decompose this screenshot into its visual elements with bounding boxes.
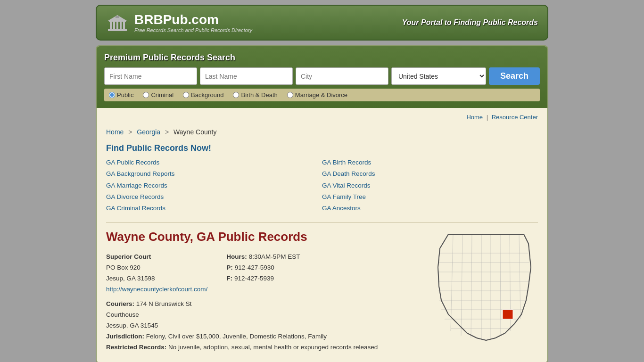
couriers-line2: Courthouse (106, 311, 139, 318)
couriers-line3: Jessup, GA 31545 (106, 322, 158, 329)
logo-icon (106, 11, 129, 34)
court-info: Superior Court PO Box 920 Jesup, GA 3159… (106, 252, 425, 353)
last-name-input[interactable] (200, 67, 293, 85)
phone-label: P: (226, 264, 233, 271)
fax-label: F: (226, 275, 232, 282)
content-area: Home | Resource Center Home > Georgia > … (97, 108, 547, 362)
hours-value: 8:30AM-5PM EST (249, 253, 300, 260)
breadcrumb-sep2: > (165, 128, 169, 136)
country-select[interactable]: United States (391, 67, 486, 85)
records-col-right: GA Birth Records GA Death Records GA Vit… (322, 158, 538, 213)
radio-public[interactable]: Public (109, 91, 133, 99)
court-name: Superior Court (106, 253, 151, 260)
site-subtitle: Free Records Search and Public Records D… (134, 27, 252, 33)
link-ga-divorce-records[interactable]: GA Divorce Records (106, 192, 322, 202)
search-section: Premium Public Records Search United Sta… (97, 46, 547, 108)
breadcrumb-county: Wayne County (173, 128, 216, 136)
header-box: BRBPub.com Free Records Search and Publi… (96, 5, 548, 41)
svg-rect-4 (116, 22, 118, 29)
city-input[interactable] (296, 67, 388, 85)
nav-separator: | (487, 114, 488, 121)
ga-map (434, 230, 538, 343)
restricted-label: Restricted Records: (106, 344, 166, 351)
county-title: Wayne County, GA Public Records (106, 230, 425, 244)
svg-rect-1 (109, 21, 126, 22)
link-ga-ancestors[interactable]: GA Ancestors (322, 204, 538, 213)
ga-map-container (434, 230, 538, 344)
hours-label: Hours: (226, 253, 247, 260)
breadcrumb: Home > Georgia > Wayne County (106, 128, 538, 136)
link-ga-criminal-records[interactable]: GA Criminal Records (106, 204, 322, 213)
county-info: Wayne County, GA Public Records Superior… (106, 230, 425, 353)
header-logo: BRBPub.com Free Records Search and Publi… (106, 11, 252, 34)
breadcrumb-home[interactable]: Home (106, 128, 124, 136)
svg-rect-28 (503, 310, 513, 319)
svg-rect-0 (108, 29, 127, 31)
svg-rect-9 (434, 230, 538, 343)
svg-rect-5 (120, 22, 122, 29)
radio-marriage-divorce[interactable]: Marriage & Divorce (287, 91, 347, 99)
court-columns: Superior Court PO Box 920 Jesup, GA 3159… (106, 252, 425, 295)
logo-text-block: BRBPub.com Free Records Search and Publi… (134, 12, 252, 33)
link-ga-death-records[interactable]: GA Death Records (322, 169, 538, 179)
svg-rect-6 (123, 22, 125, 29)
search-radio-row: Public Criminal Background Birth & Death… (104, 89, 540, 101)
county-section: Wayne County, GA Public Records Superior… (106, 230, 538, 353)
records-col-left: GA Public Records GA Background Reports … (106, 158, 322, 213)
fax-value: 912-427-5939 (234, 275, 274, 282)
svg-rect-8 (116, 16, 119, 18)
jurisdiction-label: Jurisdiction: (106, 333, 144, 340)
link-ga-birth-records[interactable]: GA Birth Records (322, 158, 538, 167)
find-records-title: Find Public Records Now! (106, 143, 538, 153)
first-name-input[interactable] (104, 67, 197, 85)
restricted-value: No juvenile, adoption, sexual, mental he… (168, 344, 378, 351)
jurisdiction-value: Felony, Civil over $15,000, Juvenile, Do… (146, 333, 327, 340)
couriers-block: Couriers: 174 N Brunswick St Courthouse … (106, 299, 425, 331)
home-link[interactable]: Home (466, 114, 483, 121)
search-button[interactable]: Search (489, 67, 540, 85)
records-grid: GA Public Records GA Background Reports … (106, 158, 538, 213)
section-divider (106, 222, 538, 223)
link-ga-background-reports[interactable]: GA Background Reports (106, 169, 322, 179)
radio-background[interactable]: Background (183, 91, 223, 99)
header-tagline: Your Portal to Finding Public Records (402, 18, 538, 27)
site-title: BRBPub.com (134, 12, 252, 27)
link-ga-family-tree[interactable]: GA Family Tree (322, 192, 538, 202)
court-website[interactable]: http://waynecountyclerkofcourt.com/ (106, 286, 207, 293)
top-nav: Home | Resource Center (106, 114, 538, 123)
court-left: Superior Court PO Box 920 Jesup, GA 3159… (106, 252, 207, 295)
restricted-block: Restricted Records: No juvenile, adoptio… (106, 342, 425, 353)
resource-center-link[interactable]: Resource Center (492, 114, 538, 121)
search-input-row: United States Search (104, 67, 540, 85)
court-address1: PO Box 920 (106, 264, 140, 271)
couriers-value: 174 N Brunswick St (136, 300, 192, 307)
link-ga-marriage-records[interactable]: GA Marriage Records (106, 181, 322, 190)
search-section-title: Premium Public Records Search (104, 53, 540, 63)
radio-criminal[interactable]: Criminal (143, 91, 173, 99)
court-address2: Jesup, GA 31598 (106, 275, 155, 282)
find-records-section: Find Public Records Now! GA Public Recor… (106, 143, 538, 213)
radio-birth-death[interactable]: Birth & Death (233, 91, 277, 99)
couriers-label: Couriers: (106, 300, 134, 307)
main-content-box: Premium Public Records Search United Sta… (96, 45, 548, 362)
link-ga-public-records[interactable]: GA Public Records (106, 158, 322, 167)
court-right: Hours: 8:30AM-5PM EST P: 912-427-5930 F:… (226, 252, 300, 295)
svg-rect-2 (110, 22, 112, 29)
phone-value: 912-427-5930 (235, 264, 274, 271)
link-ga-vital-records[interactable]: GA Vital Records (322, 181, 538, 190)
svg-rect-3 (113, 22, 115, 29)
breadcrumb-sep1: > (128, 128, 132, 136)
jurisdiction-block: Jurisdiction: Felony, Civil over $15,000… (106, 331, 425, 342)
breadcrumb-state[interactable]: Georgia (137, 128, 160, 136)
